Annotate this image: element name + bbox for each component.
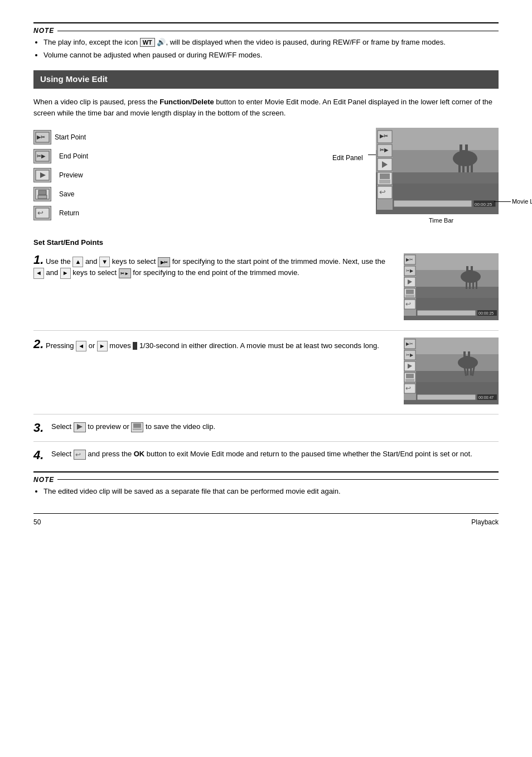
svg-rect-59	[405, 295, 414, 297]
steps-area: 1. Use the ▲ and ▼ keys to select ▶✂ for…	[33, 253, 499, 462]
step-row-3: 3. Select to preview or to save the vide…	[33, 421, 499, 442]
svg-text:↩: ↩	[75, 451, 81, 458]
icon-list-item-start: ▶✂ Start Point	[33, 130, 88, 144]
note-label-2: NOTE	[33, 475, 54, 485]
svg-rect-20	[462, 162, 465, 172]
preview-with-panel-container: Edit Panel	[116, 128, 499, 214]
end-point-inline-icon: ✂►	[119, 268, 131, 278]
edit-panel-label: Edit Panel	[332, 153, 363, 163]
step-3-row-inner: 3. Select to preview or to save the vide…	[33, 421, 499, 435]
camera-preview-svg: ▶✂ ✂▶ ↩	[376, 128, 499, 214]
movie-length-label: Movie Length	[494, 197, 532, 206]
icon-list-item-save: Save	[33, 187, 88, 201]
step-3-content: Select to preview or to save the video c…	[51, 421, 499, 432]
preview-inline-svg	[75, 423, 85, 431]
svg-text:↩: ↩	[405, 300, 411, 308]
return-icon: ↩	[33, 206, 51, 220]
svg-rect-58	[406, 290, 414, 294]
preview-inline-icon	[74, 422, 86, 432]
step-1-image: ▶✂ ✂▶ ↩ 00:00:25	[404, 253, 499, 324]
svg-text:▶✂: ▶✂	[406, 341, 413, 346]
step-row-4: 4. Select ↩ and press the OK button to e…	[33, 449, 499, 462]
svg-rect-17	[460, 144, 462, 153]
svg-rect-41	[404, 270, 499, 298]
start-point-icon: ▶✂	[33, 130, 51, 144]
save-svg	[35, 188, 50, 200]
svg-rect-70	[466, 356, 469, 365]
end-point-svg: ✂▶	[35, 150, 50, 162]
svg-rect-94	[133, 428, 142, 430]
down-arrow-key: ▼	[99, 257, 110, 267]
return-inline-svg: ↩	[75, 450, 85, 458]
svg-rect-75	[470, 367, 472, 375]
svg-text:▶✂: ▶✂	[406, 257, 413, 262]
svg-rect-31	[380, 173, 390, 179]
svg-rect-18	[465, 144, 468, 151]
preview-label: Preview	[59, 170, 83, 180]
step-2-preview-svg: ▶✂ ✂▶ ↩ 00:00:47	[404, 337, 499, 404]
save-label: Save	[59, 189, 74, 199]
start-point-svg: ▶✂	[35, 131, 50, 143]
note-item-1-1: The play info, except the icon WT 🔊, wil…	[43, 37, 499, 48]
svg-rect-45	[471, 266, 473, 272]
svg-rect-47	[469, 281, 471, 289]
svg-rect-8	[38, 195, 47, 199]
start-point-inline-icon: ▶✂	[158, 257, 170, 267]
page-section: Playback	[471, 517, 499, 527]
time-bar-label: Time Bar	[429, 216, 453, 225]
note-list-1: The play info, except the icon WT 🔊, wil…	[33, 37, 499, 60]
diagram-area: ▶✂ Start Point ✂▶ End Point	[33, 128, 499, 220]
note-item-2-1: The edited video clip will be saved as a…	[43, 486, 499, 497]
save-icon	[33, 187, 51, 201]
note-divider-1	[57, 31, 499, 31]
step-row-1: 1. Use the ▲ and ▼ keys to select ▶✂ for…	[33, 253, 499, 331]
step-1-content: 1. Use the ▲ and ▼ keys to select ▶✂ for…	[33, 253, 395, 278]
svg-text:00:00:47: 00:00:47	[478, 396, 494, 399]
up-arrow-key: ▲	[72, 257, 83, 267]
svg-rect-22	[471, 161, 473, 172]
intro-text: When a video clip is paused, press the F…	[33, 97, 499, 119]
step-num-2: 2.	[33, 337, 43, 351]
svg-rect-86	[405, 379, 414, 382]
edit-panel-arrow-line	[368, 155, 376, 155]
svg-rect-68	[404, 354, 499, 382]
svg-text:↩: ↩	[37, 209, 43, 217]
set-start-end-section: Set Start/End Points 1. Use the ▲ and ▼ …	[33, 237, 499, 462]
svg-text:▶✂: ▶✂	[380, 133, 388, 139]
svg-rect-7	[38, 190, 46, 195]
svg-rect-62	[417, 310, 476, 316]
svg-rect-89	[417, 394, 476, 400]
svg-rect-32	[379, 180, 390, 184]
svg-rect-74	[467, 367, 468, 375]
svg-text:↩: ↩	[379, 187, 386, 196]
note-label-1: NOTE	[33, 26, 54, 36]
svg-text:✂▶: ✂▶	[406, 268, 414, 273]
wt-icon: WT	[140, 38, 155, 47]
svg-rect-85	[406, 374, 414, 378]
svg-rect-44	[466, 266, 468, 273]
svg-rect-46	[466, 280, 467, 289]
start-point-label: Start Point	[55, 132, 86, 142]
svg-marker-92	[77, 424, 83, 430]
note-section-1: NOTE The play info, except the icon WT 🔊…	[33, 22, 499, 60]
camera-preview-main: ▶✂ ✂▶ ↩	[376, 128, 499, 214]
page-footer: 50 Playback	[33, 513, 499, 527]
note-header-2: NOTE	[33, 475, 499, 485]
icon-list-item-preview: Preview	[33, 168, 88, 182]
note-item-1-2: Volume cannot be adjusted when paused or…	[43, 50, 499, 61]
note-section-2: NOTE The edited video clip will be saved…	[33, 471, 499, 497]
step-num-3: 3.	[33, 421, 49, 435]
svg-rect-19	[458, 161, 461, 172]
svg-rect-21	[467, 162, 469, 172]
return-inline-icon: ↩	[74, 450, 86, 460]
svg-text:▶✂: ▶✂	[37, 134, 45, 140]
step-1-preview-svg: ▶✂ ✂▶ ↩ 00:00:25	[404, 253, 499, 320]
svg-rect-49	[476, 280, 477, 289]
step2-right-key: ►	[97, 341, 108, 351]
preview-icon	[33, 168, 51, 182]
step-2-image: ▶✂ ✂▶ ↩ 00:00:47	[404, 337, 499, 408]
svg-rect-93	[133, 423, 141, 428]
svg-rect-16	[462, 150, 467, 161]
left-arrow-key: ◄	[33, 268, 44, 278]
section-header: Using Movie Edit	[33, 70, 499, 89]
